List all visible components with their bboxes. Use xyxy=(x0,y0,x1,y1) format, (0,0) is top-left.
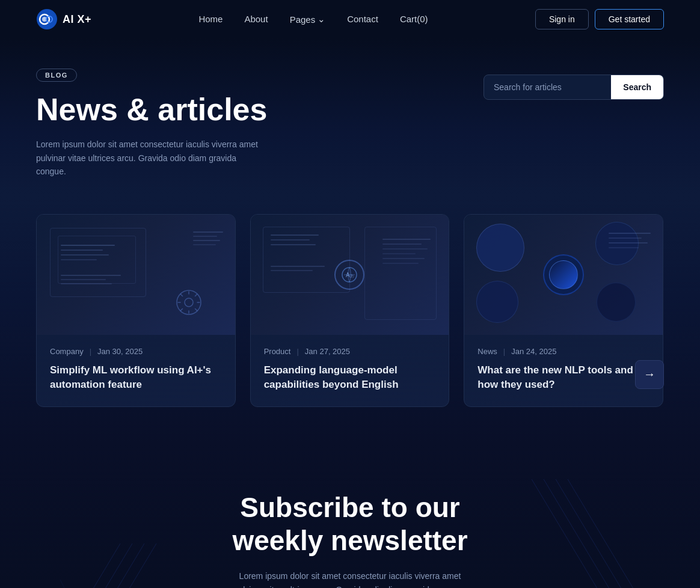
gear-icon xyxy=(176,289,202,318)
hero-right: Search xyxy=(484,75,664,100)
svg-text:あ: あ xyxy=(350,274,354,278)
nav-links: Home About Pages ⌄ Contact Cart(0) xyxy=(198,14,428,25)
card-image-2: A あ xyxy=(251,215,449,335)
card-date-3: Jan 24, 2025 xyxy=(511,347,556,356)
svg-line-16 xyxy=(544,479,616,588)
nav-home[interactable]: Home xyxy=(198,14,223,24)
subscribe-section: Subscribe to our weekly newsletter Lorem… xyxy=(0,443,700,588)
card-category-1: Company xyxy=(50,347,84,356)
article-card-2[interactable]: A あ Product | Jan 27, 2025 Expanding lan… xyxy=(250,214,450,407)
card-meta-2: Product | Jan 27, 2025 xyxy=(264,347,436,356)
cards-section: Company | Jan 30, 2025 Simplify ML workf… xyxy=(0,196,700,443)
card-image-3 xyxy=(464,215,663,335)
chevron-down-icon: ⌄ xyxy=(318,14,325,25)
get-started-button[interactable]: Get started xyxy=(595,9,664,29)
svg-line-12 xyxy=(84,544,156,588)
card-sep-1: | xyxy=(90,347,91,356)
card-date-1: Jan 30, 2025 xyxy=(97,347,143,356)
search-box: Search xyxy=(484,75,664,100)
svg-line-17 xyxy=(556,479,628,588)
svg-text:A: A xyxy=(346,272,350,278)
hero-section: BLOG News & articles Lorem ipsum dolor s… xyxy=(0,38,700,196)
deco-right-lines-3 xyxy=(609,233,651,248)
circles-deco xyxy=(464,215,663,335)
next-button[interactable]: → xyxy=(635,360,664,389)
cards-row: Company | Jan 30, 2025 Simplify ML workf… xyxy=(36,214,664,407)
card-meta-3: News | Jan 24, 2025 xyxy=(477,347,649,356)
nav-pages[interactable]: Pages ⌄ xyxy=(290,14,326,25)
navigation: AI X+ Home About Pages ⌄ Contact Cart(0)… xyxy=(0,0,700,38)
blog-badge: BLOG xyxy=(36,69,77,82)
search-button[interactable]: Search xyxy=(611,75,663,99)
deco-lines-2 xyxy=(61,275,121,284)
card-title-3: What are the new NLP tools and how they … xyxy=(477,363,649,392)
arrow-right-icon: → xyxy=(643,367,655,381)
translate-icon: A あ xyxy=(334,260,364,290)
deco-panel-lines-2a xyxy=(271,234,319,245)
nav-cart[interactable]: Cart(0) xyxy=(400,14,428,24)
subscribe-description: Lorem ipsum dolor sit amet consectetur i… xyxy=(224,569,476,588)
card-title-2: Expanding language-model capabilities be… xyxy=(264,363,436,392)
card-category-2: Product xyxy=(264,347,291,356)
svg-line-15 xyxy=(532,479,604,588)
nav-contact[interactable]: Contact xyxy=(347,14,378,24)
card-sep-2: | xyxy=(296,347,298,356)
card-category-3: News xyxy=(477,347,497,356)
search-input[interactable] xyxy=(484,75,611,99)
card-date-2: Jan 27, 2025 xyxy=(305,347,350,356)
hero-description: Lorem ipsum dolor sit amet consectetur i… xyxy=(36,138,265,178)
deco-side-lines xyxy=(193,231,226,245)
nav-about[interactable]: About xyxy=(244,14,268,24)
sign-in-button[interactable]: Sign in xyxy=(535,9,589,29)
card-body-3: News | Jan 24, 2025 What are the new NLP… xyxy=(464,335,663,406)
card-title-1: Simplify ML workflow using AI+'s automat… xyxy=(50,363,222,392)
card-body-1: Company | Jan 30, 2025 Simplify ML workf… xyxy=(37,335,235,406)
card-image-1 xyxy=(37,215,235,335)
deco-panel-lines-2b xyxy=(271,266,325,271)
logo-text: AI X+ xyxy=(63,13,91,26)
logo[interactable]: AI X+ xyxy=(36,8,91,30)
nav-actions: Sign in Get started xyxy=(535,9,664,29)
hero-content-row: BLOG News & articles Lorem ipsum dolor s… xyxy=(36,69,664,178)
svg-line-18 xyxy=(568,479,640,588)
logo-icon xyxy=(36,8,58,30)
card-sep-3: | xyxy=(503,347,505,356)
deco-lines-1 xyxy=(61,245,115,260)
deco-right-lines-2 xyxy=(382,239,431,264)
article-card-3[interactable]: News | Jan 24, 2025 What are the new NLP… xyxy=(464,214,663,407)
deco-lines-left xyxy=(48,544,168,588)
deco-lines-right xyxy=(532,479,652,588)
card-body-2: Product | Jan 27, 2025 Expanding languag… xyxy=(251,335,449,406)
hero-left: BLOG News & articles Lorem ipsum dolor s… xyxy=(36,69,267,178)
article-card-1[interactable]: Company | Jan 30, 2025 Simplify ML workf… xyxy=(36,214,236,407)
page-title: News & articles xyxy=(36,93,267,127)
card-meta-1: Company | Jan 30, 2025 xyxy=(50,347,222,356)
svg-point-5 xyxy=(185,298,193,307)
